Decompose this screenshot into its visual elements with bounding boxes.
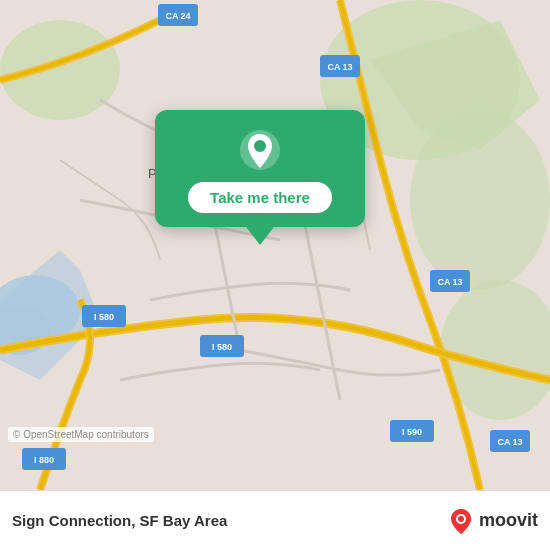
svg-point-27 [254, 140, 266, 152]
location-title: Sign Connection, SF Bay Area [12, 512, 447, 529]
svg-text:CA 13: CA 13 [437, 277, 462, 287]
footer: Sign Connection, SF Bay Area moovit [0, 490, 550, 550]
map-background: CA 24 CA 13 CA 13 CA 13 I 580 I 580 I 59… [0, 0, 550, 490]
svg-text:I 580: I 580 [212, 342, 232, 352]
moovit-logo: moovit [447, 507, 538, 535]
location-tooltip[interactable]: Take me there [155, 110, 365, 227]
svg-text:I 590: I 590 [402, 427, 422, 437]
moovit-pin-icon [447, 507, 475, 535]
svg-text:CA 24: CA 24 [165, 11, 190, 21]
map-container: CA 24 CA 13 CA 13 CA 13 I 580 I 580 I 59… [0, 0, 550, 490]
svg-point-29 [458, 516, 464, 522]
svg-text:CA 13: CA 13 [327, 62, 352, 72]
take-me-there-button[interactable]: Take me there [188, 182, 332, 213]
svg-text:I 580: I 580 [94, 312, 114, 322]
map-attribution: © OpenStreetMap contributors [8, 427, 154, 442]
moovit-text: moovit [479, 510, 538, 531]
svg-text:I 880: I 880 [34, 455, 54, 465]
svg-text:CA 13: CA 13 [497, 437, 522, 447]
location-pin-icon [238, 128, 282, 172]
svg-point-3 [0, 20, 120, 120]
